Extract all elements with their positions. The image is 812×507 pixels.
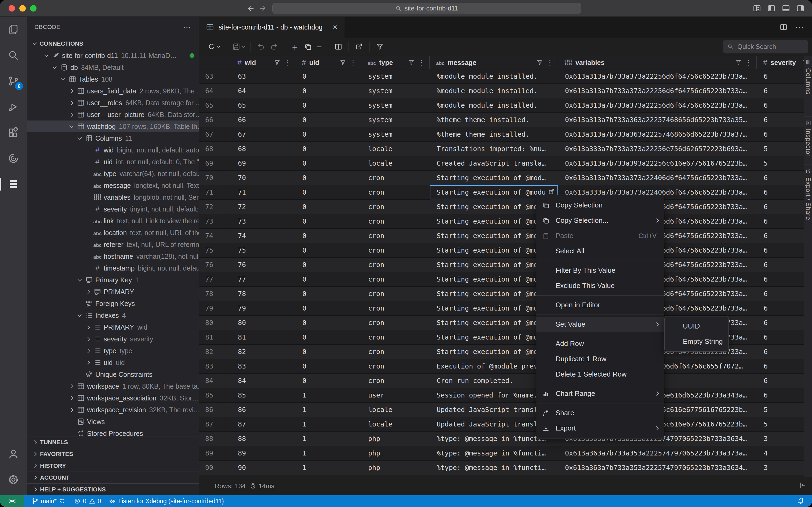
tree-item-severity[interactable]: severitytinyint, not null, default: 0… [27, 203, 199, 215]
menu-item-delete-1-selected-row[interactable]: Delete 1 Selected Row [536, 367, 664, 382]
close-tab-icon[interactable]: × [333, 23, 337, 31]
problems-item[interactable]: 0 0 [74, 498, 101, 505]
activity-item-dbcode[interactable] [0, 171, 27, 197]
row-number[interactable]: 67 [199, 127, 231, 142]
tree-item-primary[interactable]: PRIMARY [27, 286, 199, 298]
row-number[interactable]: 88 [199, 432, 231, 446]
cell-wid[interactable]: 64 [231, 84, 295, 98]
tree-item-users-field-data[interactable]: users_field_data2 rows, 96KB, The … [27, 85, 199, 97]
cell-wid[interactable]: 72 [231, 200, 295, 214]
row-number[interactable]: 71 [199, 185, 231, 200]
cell-uid[interactable]: 0 [295, 258, 361, 272]
sidebar-more-actions-icon[interactable]: ⋯ [183, 23, 192, 31]
rail-tab-export-share[interactable]: Export / Share [804, 165, 812, 234]
menu-item-copy-selection[interactable]: Copy Selection... [536, 213, 664, 228]
cell-uid[interactable]: 0 [295, 272, 361, 286]
tree-item-uid[interactable]: uidint, not null, default: 0, The "us… [27, 156, 199, 168]
tree-item-workspace[interactable]: workspace1 row, 80KB, The base ta… [27, 380, 199, 392]
row-number[interactable]: 63 [199, 69, 231, 83]
cell-message[interactable]: %theme theme installed. [430, 113, 558, 127]
cell-uid[interactable]: 1 [295, 403, 361, 417]
view-options-button[interactable] [332, 41, 345, 53]
tree-item-user-user-picture[interactable]: user__user_picture64KB, Data stor… [27, 109, 199, 120]
row-number[interactable]: 72 [199, 200, 231, 214]
column-menu-icon[interactable]: ⋮ [418, 59, 425, 66]
cell-wid[interactable]: 78 [231, 287, 295, 301]
zoom-window-button[interactable] [30, 5, 37, 11]
cell-wid[interactable]: 70 [231, 171, 295, 185]
cell-message[interactable]: %module module installed. [430, 98, 558, 112]
cell-type[interactable]: cron [361, 171, 430, 185]
undo-button[interactable] [255, 41, 267, 53]
submenu-item-empty-string[interactable]: Empty String [664, 334, 728, 349]
cell-type[interactable]: cron [361, 359, 430, 373]
connections-section-header[interactable]: CONNECTIONS [27, 38, 199, 50]
cell-variables[interactable]: 0x613a313a7b733a363a22257468656d65223b73… [558, 127, 757, 142]
export-file-button[interactable] [353, 41, 366, 53]
tab-watchdog[interactable]: site-for-contrib-d11 - db - watchdog × [199, 17, 344, 38]
tree-item-variables[interactable]: variableslongblob, not null, Serial… [27, 191, 199, 203]
row-number[interactable]: 90 [199, 461, 231, 475]
cell-wid[interactable]: 83 [231, 359, 295, 373]
notifications-bell-icon[interactable] [797, 497, 805, 505]
xdebug-item[interactable]: Listen for Xdebug (site-for-contrib-d11) [109, 498, 224, 505]
row-number[interactable]: 69 [199, 156, 231, 170]
navigate-forward-button[interactable] [257, 2, 269, 14]
row-number[interactable]: 66 [199, 113, 231, 127]
tree-item-db[interactable]: db34MB, Default [27, 61, 199, 73]
cell-wid[interactable]: 67 [231, 127, 295, 142]
menu-item-filter-by-this-value[interactable]: Filter By This Value [536, 263, 664, 278]
column-header-message[interactable]: message⋮ [430, 56, 558, 69]
tree-item-severity[interactable]: severityseverity [27, 333, 199, 345]
command-center-search[interactable]: site-for-contrib-d11 [272, 3, 581, 14]
cell-type[interactable]: system [361, 127, 430, 142]
quick-search-input[interactable] [737, 43, 799, 51]
section-header-account[interactable]: ACCOUNT [27, 471, 199, 484]
cell-type[interactable]: cron [361, 258, 430, 272]
cell-wid[interactable]: 69 [231, 156, 295, 170]
cell-uid[interactable]: 0 [295, 156, 361, 170]
activity-item-extensions[interactable] [0, 120, 27, 146]
activity-item-explorer[interactable] [0, 17, 27, 42]
cell-type[interactable]: cron [361, 330, 430, 344]
row-number[interactable]: 82 [199, 345, 231, 359]
cell-uid[interactable]: 0 [295, 345, 361, 359]
cell-wid[interactable]: 87 [231, 417, 295, 431]
cell-uid[interactable]: 0 [295, 84, 361, 98]
cell-uid[interactable]: 0 [295, 229, 361, 243]
cell-uid[interactable]: 0 [295, 301, 361, 315]
cell-wid[interactable]: 88 [231, 432, 295, 446]
cell-wid[interactable]: 73 [231, 214, 295, 228]
cell-wid[interactable]: 85 [231, 388, 295, 402]
row-number[interactable]: 77 [199, 272, 231, 286]
cell-uid[interactable]: 0 [295, 374, 361, 388]
cell-variables[interactable]: 0x613a363a7b733a353a222574797065223b733a… [558, 461, 757, 475]
row-number[interactable]: 73 [199, 214, 231, 228]
cell-message[interactable]: %type: @message in %functi… [430, 446, 558, 460]
cell-type[interactable]: cron [361, 200, 430, 214]
cell-type[interactable]: cron [361, 214, 430, 228]
cell-variables[interactable]: 0x613a313a7b733a373a22406d6f64756c65223b… [558, 171, 757, 185]
row-number[interactable]: 65 [199, 98, 231, 112]
cell-uid[interactable]: 0 [295, 98, 361, 112]
cell-uid[interactable]: 0 [295, 127, 361, 142]
cell-type[interactable]: locale [361, 403, 430, 417]
cell-wid[interactable]: 75 [231, 243, 295, 258]
menu-item-paste[interactable]: PasteCtrl+V [536, 228, 664, 243]
activity-item-source-control[interactable]: 6 [0, 68, 27, 94]
cell-type[interactable]: system [361, 69, 430, 83]
cell-uid[interactable]: 1 [295, 388, 361, 402]
tree-item-timestamp[interactable]: timestampbigint, not null, default… [27, 262, 199, 274]
menu-item-copy-selection[interactable]: Copy Selection [536, 198, 664, 213]
row-number[interactable]: 86 [199, 403, 231, 417]
cell-type[interactable]: cron [361, 229, 430, 243]
row-number[interactable]: 80 [199, 316, 231, 330]
tree-item-columns[interactable]: Columns11 [27, 132, 199, 144]
tree-item-primary-key[interactable]: Primary Key1 [27, 274, 199, 286]
minimize-window-button[interactable] [19, 5, 26, 11]
quick-search-box[interactable] [723, 40, 808, 53]
row-number[interactable]: 89 [199, 446, 231, 460]
editor-more-actions-icon[interactable]: ⋯ [795, 22, 804, 32]
cell-variables[interactable]: 0x613a363a7b733a353a222574797065223b733a… [558, 446, 757, 460]
rail-tab-inspector[interactable]: Inspector [804, 116, 812, 165]
